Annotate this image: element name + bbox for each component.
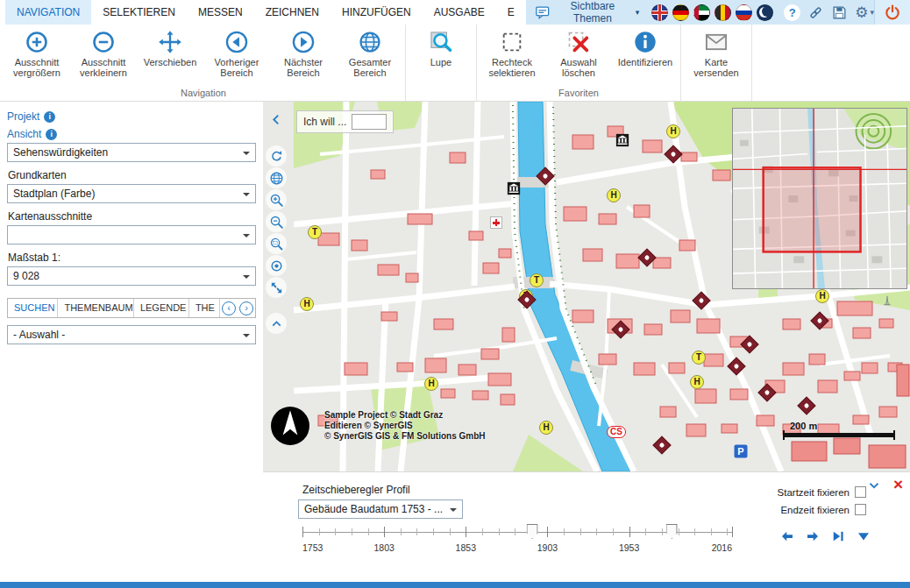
target-button[interactable]	[266, 255, 287, 276]
extents-select[interactable]	[7, 225, 256, 244]
ich-will-input[interactable]	[352, 114, 387, 130]
ribbon-group: Lupe	[406, 25, 477, 101]
stop-marker[interactable]: H	[815, 289, 829, 303]
logout-button[interactable]	[884, 4, 901, 21]
flag-de-icon[interactable]	[672, 4, 689, 21]
ausschnitt-verkleinern-button[interactable]: Ausschnitt verkleinern	[70, 26, 137, 88]
visible-themes-button[interactable]: Sichtbare Themen ▾	[535, 0, 640, 25]
ausschnitt-vergroessern-button[interactable]: Ausschnitt vergrößern	[4, 26, 70, 88]
slider-handle-start[interactable]	[527, 524, 538, 539]
mag-plus-icon	[269, 193, 284, 208]
stop-marker[interactable]: H	[690, 375, 704, 389]
slider-tick	[596, 528, 597, 535]
topbar-icons: ? ⚙▾	[784, 4, 874, 21]
pharmacy-marker[interactable]	[490, 216, 502, 229]
sidebar-tabs: SUCHENTHEMENBAUMLEGENDETHE	[8, 299, 220, 317]
step-back-button[interactable]	[779, 528, 795, 544]
tab-ausgabe[interactable]: AUSGABE	[423, 0, 496, 25]
stop-marker[interactable]: H	[539, 421, 553, 435]
sidebar-tab-the[interactable]: THE	[189, 299, 220, 317]
stop-marker[interactable]: H	[300, 297, 314, 311]
rechteck-selektieren-button[interactable]: Rechteck selektieren	[479, 26, 545, 88]
stop-marker[interactable]: T	[692, 351, 706, 365]
auswahl-loeschen-button[interactable]: Auswahl löschen	[545, 26, 612, 88]
link-button[interactable]	[807, 4, 824, 21]
flag-ae-icon[interactable]	[693, 4, 710, 21]
stop-marker[interactable]: T	[530, 273, 544, 287]
poi-text-marker[interactable]: CS	[607, 426, 626, 438]
fix-end-label: Endzeit fixieren	[780, 505, 850, 515]
expand-diagonal-button[interactable]	[266, 277, 287, 298]
slider-tick	[580, 528, 581, 535]
tab-zeichnen[interactable]: ZEICHNEN	[254, 0, 331, 25]
mag-minus-button[interactable]	[266, 211, 287, 232]
tab-selektieren[interactable]: SELEKTIEREN	[91, 0, 187, 25]
sidebar-tab-themenbaum[interactable]: THEMENBAUM	[58, 299, 133, 317]
monument-marker[interactable]	[881, 294, 893, 307]
overview-map[interactable]	[732, 108, 907, 289]
slider-tick	[711, 528, 712, 535]
chevron-up-button[interactable]	[266, 313, 287, 334]
info-icon[interactable]: i	[44, 111, 55, 123]
verschieben-button[interactable]: Verschieben	[137, 26, 203, 88]
mag-plus-button[interactable]	[266, 189, 287, 210]
tab-scroll-left-button[interactable]: ‹	[222, 301, 236, 315]
speech-bubble-icon	[535, 4, 550, 21]
jump-end-button[interactable]	[856, 528, 871, 544]
button-label: Auswahl löschen	[545, 57, 612, 78]
view-select[interactable]: Sehenswürdigkeiten	[7, 143, 256, 162]
close-panel-button[interactable]: ×	[893, 476, 903, 492]
sidebar-tab-suchen[interactable]: SUCHEN	[8, 299, 58, 317]
slider-year-label: 1903	[537, 542, 558, 553]
collapse-panel-button[interactable]	[866, 478, 882, 493]
tab-navigation[interactable]: NAVIGATION	[5, 0, 91, 25]
ribbon-group: Rechteck selektierenAuswahl löschenIdent…	[477, 25, 681, 101]
karte-versenden-button[interactable]: Karte versenden	[683, 26, 750, 88]
tab-messen[interactable]: MESSEN	[187, 0, 254, 25]
rotate-reset-button[interactable]	[266, 145, 287, 166]
tab-hinzufuegen[interactable]: HINZUFÜGEN	[331, 0, 423, 25]
time-profile-select[interactable]: Gebäude Baudatum 1753 - ...	[298, 499, 463, 519]
stop-marker[interactable]: T	[308, 225, 322, 239]
collapse-left-button[interactable]	[266, 109, 287, 130]
flag-uk-icon[interactable]	[651, 4, 668, 21]
save-button[interactable]	[831, 4, 848, 21]
chevron-down-icon	[866, 478, 882, 493]
sidebar-tab-legende[interactable]: LEGENDE	[134, 299, 189, 317]
museum-marker[interactable]	[508, 182, 521, 195]
parking-marker[interactable]: P	[735, 445, 748, 458]
naechster-bereich-button[interactable]: Nächster Bereich	[270, 26, 337, 88]
step-forward-button[interactable]	[805, 528, 821, 544]
power-icon	[884, 4, 901, 21]
stop-marker[interactable]: H	[424, 377, 438, 391]
slider-year-label: 2016	[712, 542, 732, 553]
gesamter-bereich-button[interactable]: Gesamter Bereich	[337, 26, 403, 88]
play-button[interactable]	[830, 528, 846, 544]
tab-scroll-right-button[interactable]: ›	[239, 301, 253, 315]
stop-marker[interactable]: H	[607, 188, 621, 202]
flag-crescent-icon[interactable]	[757, 4, 773, 21]
vorheriger-bereich-button[interactable]: Vorheriger Bereich	[203, 26, 270, 88]
selection-select-value: - Auswahl -	[13, 329, 65, 341]
settings-button[interactable]: ⚙▾	[855, 5, 874, 20]
help-button[interactable]: ?	[784, 4, 800, 21]
mag-window-button[interactable]	[266, 233, 287, 254]
identifizieren-button[interactable]: Identifizieren	[612, 26, 679, 88]
museum-marker[interactable]	[616, 134, 629, 147]
info-icon[interactable]: i	[46, 129, 57, 140]
scale-select[interactable]: 9 028	[7, 266, 256, 286]
tab-e[interactable]: E	[496, 0, 526, 25]
flag-be-icon[interactable]	[714, 4, 731, 21]
lupe-button[interactable]: Lupe	[408, 26, 474, 88]
basemap-select[interactable]: Stadtplan (Farbe)	[7, 184, 256, 203]
fix-start-checkbox[interactable]	[855, 486, 866, 498]
fix-end-checkbox[interactable]	[855, 504, 866, 515]
play-step-icon	[830, 528, 846, 544]
slider-tick	[450, 528, 451, 535]
flag-ru-icon[interactable]	[736, 4, 752, 21]
sidebar: Projekt i Ansicht i Sehenswürdigkeiten G…	[0, 102, 263, 582]
stop-marker[interactable]: H	[666, 124, 680, 138]
selection-select[interactable]: - Auswahl -	[7, 325, 256, 344]
slider-handle-end[interactable]	[666, 524, 678, 539]
globe-button[interactable]	[266, 167, 287, 188]
